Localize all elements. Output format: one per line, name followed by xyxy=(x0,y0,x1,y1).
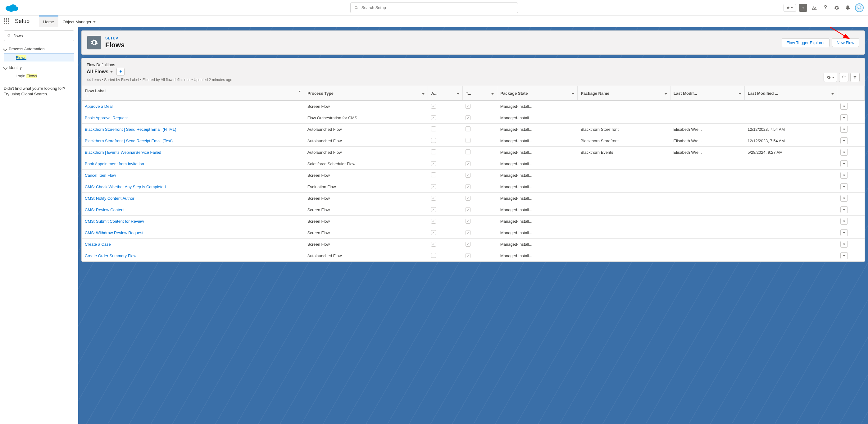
row-actions-button[interactable] xyxy=(840,114,848,121)
flow-label-link[interactable]: CMS: Submit Content for Review xyxy=(85,219,144,224)
trailhead-button[interactable] xyxy=(810,4,818,12)
col-header-lmd[interactable]: Last Modified ... xyxy=(744,86,837,101)
col-menu-button[interactable] xyxy=(739,91,741,96)
cell-last-modified-date xyxy=(744,101,837,112)
row-actions-button[interactable] xyxy=(840,252,848,259)
user-avatar[interactable] xyxy=(855,3,864,12)
salesforce-logo[interactable] xyxy=(4,3,19,13)
row-actions-button[interactable] xyxy=(840,103,848,110)
setup-gear-button[interactable] xyxy=(833,4,841,12)
app-launcher-button[interactable] xyxy=(4,18,10,25)
sidebar-section-identity[interactable]: Identity xyxy=(4,63,74,72)
row-actions-button[interactable] xyxy=(840,137,848,144)
cell-package-state: Managed-Install... xyxy=(497,181,578,192)
help-button[interactable]: ? xyxy=(822,4,830,12)
cell-last-modified-date xyxy=(744,216,837,227)
highlight: Flows xyxy=(26,73,37,78)
caret-down-icon xyxy=(843,152,845,153)
row-actions-button[interactable] xyxy=(840,149,848,156)
flow-trigger-explorer-button[interactable]: Flow Trigger Explorer xyxy=(782,38,830,47)
checkbox-icon xyxy=(431,242,436,247)
col-menu-button[interactable] xyxy=(831,91,834,96)
flow-label-link[interactable]: Basic Approval Request xyxy=(85,116,128,120)
col-menu-button[interactable] xyxy=(491,91,494,96)
filter-button[interactable] xyxy=(850,73,860,82)
row-actions-button[interactable] xyxy=(840,218,848,224)
list-settings-button[interactable] xyxy=(824,73,837,82)
flow-label-link[interactable]: CMS: Withdraw Review Request xyxy=(85,231,144,235)
flow-label-link[interactable]: Blackthorn Storefront | Send Receipt Ema… xyxy=(85,139,173,143)
cell-last-modified-by xyxy=(670,250,744,262)
col-header-label: Flow Label xyxy=(85,89,105,93)
pin-list-button[interactable] xyxy=(117,68,125,76)
cell-active xyxy=(428,135,462,147)
row-actions-button[interactable] xyxy=(840,126,848,133)
col-header-label[interactable]: Flow Label xyxy=(82,86,304,101)
flow-label-link[interactable]: Create a Case xyxy=(85,242,111,247)
checkbox-icon xyxy=(466,161,470,166)
global-create-button[interactable]: ＋ xyxy=(799,4,807,12)
notifications-button[interactable] xyxy=(844,4,852,12)
cell-package-name: Blackthorn Storefront xyxy=(578,135,671,147)
row-actions-button[interactable] xyxy=(840,229,848,236)
flow-label-link[interactable]: Blackthorn | Events WebinarService Faile… xyxy=(85,150,161,155)
flow-label-link[interactable]: Create Order Summary Flow xyxy=(85,253,136,258)
col-header-ptype[interactable]: Process Type xyxy=(304,86,428,101)
col-header-pname[interactable]: Package Name xyxy=(578,86,671,101)
quick-find[interactable] xyxy=(4,30,74,41)
svg-point-3 xyxy=(8,7,14,12)
sidebar-item-login-flows[interactable]: Login Flows xyxy=(4,72,74,80)
checkbox-icon xyxy=(466,207,470,212)
caret-down-icon[interactable] xyxy=(110,71,113,73)
context-tab-object-manager[interactable]: Object Manager xyxy=(58,16,100,27)
col-menu-button[interactable] xyxy=(664,91,667,96)
cell-process-type: Screen Flow xyxy=(304,227,428,239)
chevron-down-icon xyxy=(3,47,7,51)
cell-package-state: Managed-Install... xyxy=(497,192,578,204)
col-header-t[interactable]: T... xyxy=(462,86,497,101)
row-actions-button[interactable] xyxy=(840,241,848,248)
cell-last-modified-by xyxy=(670,204,744,216)
gear-icon xyxy=(90,38,98,47)
row-actions-button[interactable] xyxy=(840,206,848,213)
col-menu-button[interactable] xyxy=(457,91,459,96)
global-search[interactable] xyxy=(350,2,518,13)
sidebar-section-process-automation[interactable]: Process Automation xyxy=(4,45,74,53)
main-content: SETUP Flows Flow Trigger Explorer New Fl… xyxy=(78,27,868,424)
flow-label-link[interactable]: CMS: Check Whether Any Step is Completed xyxy=(85,184,166,189)
cell-template xyxy=(462,158,497,170)
row-actions-button[interactable] xyxy=(840,160,848,167)
checkbox-icon xyxy=(431,219,436,224)
sidebar-item-flows[interactable]: Flows xyxy=(4,53,74,62)
flow-label-link[interactable]: Cancel Item Flow xyxy=(85,173,116,178)
col-header-a[interactable]: A... xyxy=(428,86,462,101)
cell-template xyxy=(462,124,497,135)
col-menu-button[interactable] xyxy=(422,91,425,96)
col-menu-button[interactable] xyxy=(299,89,301,93)
flow-label-link[interactable]: CMS: Review Content xyxy=(85,208,125,212)
refresh-button[interactable] xyxy=(839,73,848,82)
cell-active xyxy=(428,239,462,250)
cell-last-modified-date xyxy=(744,170,837,181)
row-actions-button[interactable] xyxy=(840,183,848,190)
checkbox-icon xyxy=(466,184,470,189)
checkbox-icon xyxy=(431,149,436,154)
plus-icon: ＋ xyxy=(801,5,805,10)
col-header-pstate[interactable]: Package State xyxy=(497,86,578,101)
row-actions-button[interactable] xyxy=(840,172,848,179)
pin-icon xyxy=(119,70,122,73)
flow-label-link[interactable]: Blackthorn Storefront | Send Receipt Ema… xyxy=(85,127,176,132)
list-view-name[interactable]: All Flows xyxy=(87,69,108,74)
favorites-button[interactable]: ★ xyxy=(783,4,796,12)
quick-find-input[interactable] xyxy=(14,34,71,38)
flow-label-link[interactable]: CMS: Notify Content Author xyxy=(85,196,134,201)
svg-point-9 xyxy=(860,7,860,7)
global-search-input[interactable] xyxy=(362,5,514,10)
col-header-lmb[interactable]: Last Modif... xyxy=(670,86,744,101)
flow-label-link[interactable]: Approve a Deal xyxy=(85,104,113,109)
new-flow-button[interactable]: New Flow xyxy=(832,38,859,47)
col-menu-button[interactable] xyxy=(572,91,574,96)
flow-label-link[interactable]: Book Appointment from Invitation xyxy=(85,161,144,166)
row-actions-button[interactable] xyxy=(840,195,848,202)
context-tab-home[interactable]: Home xyxy=(39,16,58,27)
